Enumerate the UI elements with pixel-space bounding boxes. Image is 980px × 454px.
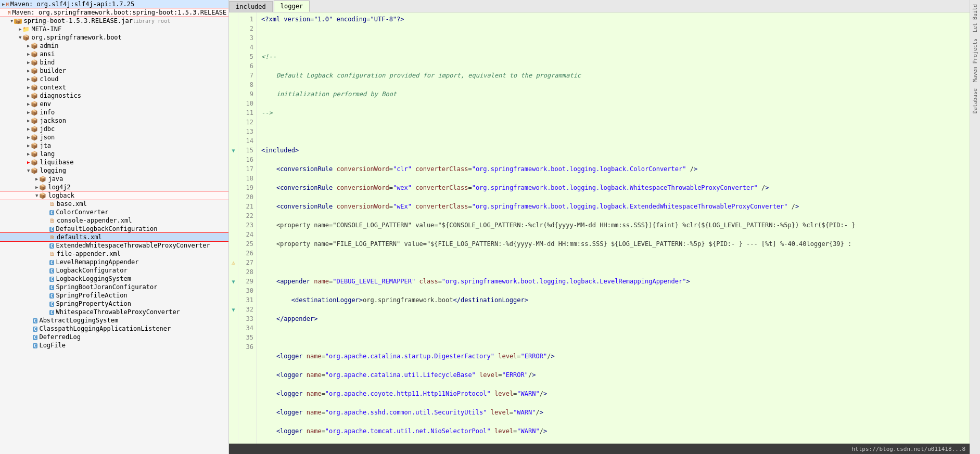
tree-item-spring-boot-jar[interactable]: ▼📦spring-boot-1.5.3.RELEASE.jar library … xyxy=(0,17,228,25)
tree-item-jta[interactable]: ▶📦jta xyxy=(0,141,228,150)
tree-item-label: console-appender.xml xyxy=(57,217,132,224)
tab-bar: includedlogger xyxy=(229,0,970,12)
tree-item-extended-ws-throwable[interactable]: CExtendedWhitespaceThrowableProxyConvert… xyxy=(0,241,228,250)
tree-item-label: WhitespaceThrowableProxyConverter xyxy=(56,308,180,316)
code-line: <property name="FILE_LOG_PATTERN" value=… xyxy=(261,239,965,249)
arrow-icon[interactable]: ▶ xyxy=(27,43,30,48)
tree-item-logback-logging-system[interactable]: CLogbackLoggingSystem xyxy=(0,275,228,283)
tree-item-default-logback-configuration[interactable]: CDefaultLogbackConfiguration xyxy=(0,225,228,233)
tree-item-logback-configurator[interactable]: CLogbackConfigurator xyxy=(0,266,228,275)
tree-item-console-appender-xml[interactable]: 🗎console-appender.xml xyxy=(0,216,228,225)
arrow-icon[interactable]: ▼ xyxy=(35,193,38,198)
arrow-icon[interactable]: ▶ xyxy=(27,68,30,73)
right-sidebar-item[interactable]: Maven Projects xyxy=(972,36,978,84)
code-line xyxy=(261,333,965,342)
package-icon: 📦 xyxy=(31,68,38,74)
tree-item-maven-spring-boot[interactable]: MMaven: org.springframework.boot:spring-… xyxy=(0,8,228,17)
tree-item-liquibase[interactable]: ▶📦liquibase xyxy=(0,158,228,166)
tree-item-admin[interactable]: ▶📦admin xyxy=(0,42,228,50)
tree-item-log-file[interactable]: CLogFile xyxy=(0,341,228,349)
tree-item-builder[interactable]: ▶📦builder xyxy=(0,67,228,75)
arrow-icon[interactable]: ▼ xyxy=(10,18,13,23)
class-icon: C xyxy=(49,292,54,299)
arrow-icon[interactable]: ▶ xyxy=(27,143,30,148)
tree-item-classpath-logging-listener[interactable]: CClasspathLoggingApplicationListener xyxy=(0,325,228,333)
class-icon: C xyxy=(49,276,54,282)
tree-item-context[interactable]: ▶📦context xyxy=(0,83,228,92)
tree-item-label: admin xyxy=(40,42,58,49)
tree-item-logback[interactable]: ▼📦logback xyxy=(0,191,228,200)
expand-icon[interactable]: ▼ xyxy=(232,148,235,153)
arrow-icon[interactable]: ▶ xyxy=(27,135,30,140)
gutter-line xyxy=(229,155,238,164)
tree-item-org-springframework-boot[interactable]: ▼📦org.springframework.boot xyxy=(0,33,228,42)
package-icon: 📦 xyxy=(31,84,38,91)
tree-item-cloud[interactable]: ▶📦cloud xyxy=(0,75,228,83)
tree-item-env[interactable]: ▶📦env xyxy=(0,100,228,108)
tree-item-logging[interactable]: ▼📦logging xyxy=(0,166,228,175)
tree-item-abstract-logging-system[interactable]: CAbstractLoggingSystem xyxy=(0,316,228,325)
expand-icon[interactable]: ▼ xyxy=(232,279,235,284)
expand-icon[interactable]: ▼ xyxy=(232,307,235,313)
arrow-icon[interactable]: ▶ xyxy=(27,151,30,157)
arrow-icon[interactable]: ▶ xyxy=(27,93,30,98)
tree-item-json[interactable]: ▶📦json xyxy=(0,133,228,141)
tree-item-spring-boot-joran-configurator[interactable]: CSpringBootJoranConfigurator xyxy=(0,283,228,291)
tree-item-level-remapping-appender[interactable]: CLevelRemappingAppender xyxy=(0,258,228,266)
tab-logger[interactable]: logger xyxy=(274,1,310,12)
arrow-icon[interactable]: ▶ xyxy=(35,176,38,181)
gutter-line xyxy=(229,164,238,174)
gutter-line xyxy=(229,52,238,61)
arrow-icon[interactable]: ▶ xyxy=(27,60,30,65)
code-content[interactable]: <?xml version="1.0" encoding="UTF-8"?> <… xyxy=(257,12,970,444)
tree-item-file-appender-xml[interactable]: 🗎file-appender.xml xyxy=(0,250,228,258)
tree-item-base-xml[interactable]: 🗎base.xml xyxy=(0,200,228,208)
tree-item-color-converter[interactable]: CColorConverter xyxy=(0,208,228,216)
tree-item-jackson[interactable]: ▶📦jackson xyxy=(0,116,228,125)
arrow-icon[interactable]: ▶ xyxy=(35,185,38,190)
class-icon: C xyxy=(49,301,54,307)
tree-item-defaults-xml[interactable]: 🗎defaults.xml xyxy=(0,233,228,241)
arrow-icon[interactable]: ▶ xyxy=(27,85,30,90)
code-line: <conversionRule conversionWord="wEx" con… xyxy=(261,202,965,211)
tree-item-spring-profile-action[interactable]: CSpringProfileAction xyxy=(0,291,228,300)
arrow-icon[interactable]: ▶ xyxy=(27,101,30,107)
tree-item-info[interactable]: ▶📦info xyxy=(0,108,228,116)
arrow-icon[interactable]: ▼ xyxy=(19,35,21,40)
arrow-icon[interactable]: ▶ xyxy=(27,126,30,132)
package-icon: 📦 xyxy=(22,34,30,41)
arrow-icon[interactable]: ▶ xyxy=(19,27,21,32)
tree-item-meta-inf[interactable]: ▶📁META-INF xyxy=(0,25,228,33)
right-sidebar-item[interactable]: Database xyxy=(972,86,978,115)
tree-item-deferred-log[interactable]: CDeferredLog xyxy=(0,333,228,341)
arrow-icon[interactable]: ▶ xyxy=(27,118,30,123)
arrow-icon[interactable]: ▶ xyxy=(27,51,30,57)
gutter-line: ⚠ xyxy=(229,258,238,267)
tree-item-ansi[interactable]: ▶📦ansi xyxy=(0,50,228,58)
tree-item-diagnostics[interactable]: ▶📦diagnostics xyxy=(0,92,228,100)
arrow-icon[interactable]: ▶ xyxy=(2,2,5,7)
arrow-icon[interactable]: ▶ xyxy=(27,110,30,115)
tree-item-label: cloud xyxy=(40,75,58,83)
tab-included[interactable]: included xyxy=(229,1,273,12)
code-line: <logger name="org.apache.catalina.util.L… xyxy=(261,370,965,380)
tree-item-label: SpringProfileAction xyxy=(56,292,127,299)
tree-item-log4j2[interactable]: ▶📦log4j2 xyxy=(0,183,228,191)
tree-item-label: Maven: org.slf4j:slf4j-api:1.7.25 xyxy=(10,1,134,8)
tree-item-bind[interactable]: ▶📦bind xyxy=(0,58,228,67)
right-sidebar-item[interactable]: Let Build xyxy=(972,2,978,34)
tree-item-java[interactable]: ▶📦java xyxy=(0,175,228,183)
tree-item-lang[interactable]: ▶📦lang xyxy=(0,150,228,158)
arrow-icon[interactable]: ▼ xyxy=(27,168,30,173)
tree-item-whitespace-throwable[interactable]: CWhitespaceThrowableProxyConverter xyxy=(0,308,228,316)
gutter-line: ▼ xyxy=(229,277,238,286)
tree-item-spring-property-action[interactable]: CSpringPropertyAction xyxy=(0,300,228,308)
class-icon: C xyxy=(49,209,54,216)
tree-item-jdbc[interactable]: ▶📦jdbc xyxy=(0,125,228,133)
tree-item-label: java xyxy=(48,175,63,183)
arrow-icon[interactable]: ▶ xyxy=(27,76,30,82)
gutter-line xyxy=(229,183,238,192)
tree-item-maven-slf4j[interactable]: ▶MMaven: org.slf4j:slf4j-api:1.7.25 xyxy=(0,0,228,8)
arrow-icon[interactable]: ▶ xyxy=(27,160,30,165)
tree-item-label: META-INF xyxy=(31,25,61,33)
